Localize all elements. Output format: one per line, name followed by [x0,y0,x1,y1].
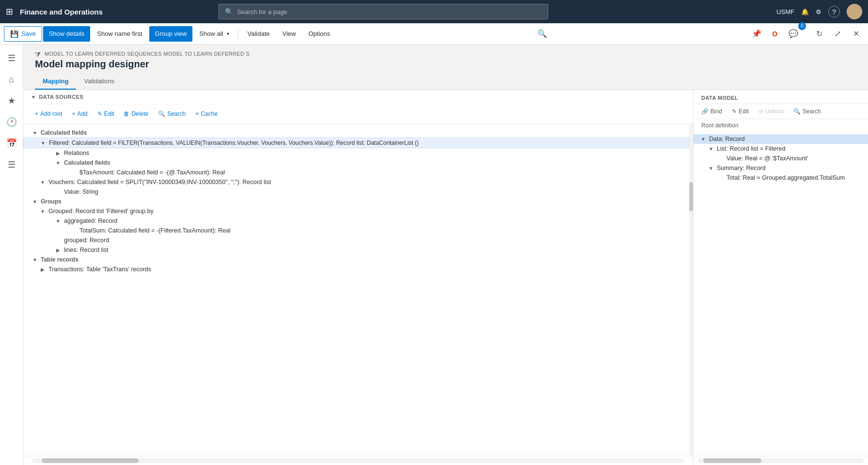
modules-icon[interactable]: ☰ [2,155,21,174]
list-item[interactable]: grouped: Record [23,235,689,245]
delete-button[interactable]: 🗑 Delete [120,107,152,121]
toggle-transactions[interactable]: ▶ [39,267,47,272]
cache-button[interactable]: + Cache [191,107,221,121]
toolbar-search-icon[interactable]: 🔍 [534,27,551,40]
favorites-icon[interactable]: ★ [2,91,21,110]
list-item[interactable]: ▼ Filtered: Calculated field = FILTER(Tr… [23,138,689,148]
filter-icon: ⧩ [35,50,41,59]
list-item[interactable]: ▼ Data: Record [694,134,868,144]
list-item[interactable]: Value: Real = @.'$TaxAmount' [694,154,868,163]
transactions-label: Transactions: Table 'TaxTrans' records [47,266,151,273]
app-grid-icon[interactable]: ⊞ [6,6,13,17]
validate-button[interactable]: Validate [241,26,275,42]
h-scrollbar-thumb [42,458,139,463]
summary-label: Summary: Record [717,165,766,171]
message-badge: 0 [798,22,806,30]
list-item[interactable]: ▼ Summary: Record [694,163,868,173]
search-input[interactable] [237,8,542,16]
tab-bar: Mapping Validations [23,74,868,90]
list-item[interactable]: ▼ List: Record list = Filtered [694,144,868,154]
toggle-filtered[interactable]: ▼ [39,140,47,146]
save-button[interactable]: 💾 Save [4,26,42,42]
vertical-scrollbar[interactable] [689,124,693,456]
horizontal-scrollbar[interactable] [32,458,684,463]
hamburger-icon[interactable]: ☰ [2,48,21,68]
list-item[interactable]: ▼ Table records [23,255,689,264]
show-all-button[interactable]: Show all ▾ [193,26,235,42]
list-item[interactable]: ▼ Calculated fields [23,158,689,168]
dm-edit-button[interactable]: ✎ Edit [730,107,751,116]
list-record-label: List: Record list = Filtered [717,145,785,152]
list-item[interactable]: ▼ Grouped: Record list 'Filtered' group … [23,206,689,216]
search-button[interactable]: 🔍 Search [154,107,189,121]
list-item[interactable]: ▼ Vouchers: Calculated field = SPLIT("IN… [23,177,689,187]
right-horizontal-scrollbar[interactable] [698,458,863,463]
unbind-icon: ⊘ [758,108,763,115]
pin-icon-btn[interactable]: 📌 [749,26,764,42]
toggle-calc-fields-2[interactable]: ▼ [54,160,62,166]
left-panel: ▼ DATA SOURCES + Add root + Add ✎ Edit [23,90,694,465]
toggle-table-records[interactable]: ▼ [31,257,39,263]
list-item[interactable]: ▼ aggregated: Record [23,216,689,226]
toggle-groups[interactable]: ▼ [31,199,39,204]
lines-label: lines: Record list [62,247,109,253]
tab-mapping[interactable]: Mapping [35,74,76,90]
designer-area: ▼ DATA SOURCES + Add root + Add ✎ Edit [23,90,868,465]
notification-icon[interactable]: 🔔 [801,8,809,16]
list-item[interactable]: Total: Real = Grouped.aggregated.TotalSu… [694,173,868,183]
list-item[interactable]: $TaxAmount: Calculated field = -(@.TaxAm… [23,168,689,177]
show-details-button[interactable]: Show details [43,26,91,42]
global-search-bar: 🔍 [219,4,548,19]
list-item[interactable]: ▶ Transactions: Table 'TaxTrans' records [23,264,689,274]
list-item[interactable]: ▼ Groups [23,197,689,206]
value-real-label: Value: Real = @.'$TaxAmount' [726,155,808,162]
toggle-grouped[interactable]: ▼ [39,209,47,214]
toggle-relations[interactable]: ▶ [54,151,62,156]
close-icon-btn[interactable]: ✕ [849,26,864,42]
show-all-chevron: ▾ [227,31,229,36]
help-icon[interactable]: ? [828,6,840,17]
top-navigation: ⊞ Finance and Operations 🔍 USMF 🔔 ⚙ ? [0,0,868,23]
dm-search-button[interactable]: 🔍 Search [791,107,823,116]
add-root-button[interactable]: + Add root [31,107,66,121]
tab-validations[interactable]: Validations [76,74,122,90]
edit-button[interactable]: ✎ Edit [94,107,118,121]
bind-button[interactable]: 🔗 Bind [699,107,724,116]
right-panel: DATA MODEL 🔗 Bind ✎ Edit ⊘ Unbind [694,90,868,465]
toggle-list-record[interactable]: ▼ [707,146,715,152]
list-item[interactable]: Value: String [23,187,689,197]
toggle-vouchers[interactable]: ▼ [39,180,47,185]
show-name-first-button[interactable]: Show name first [91,26,148,42]
add-button[interactable]: + Add [68,107,91,121]
list-item[interactable]: ▶ Relations [23,148,689,158]
top-nav-right: USMF 🔔 ⚙ ? [776,4,862,19]
scrollbar-thumb [689,182,693,211]
toggle-aggregated[interactable]: ▼ [54,218,62,224]
list-item[interactable]: ▼ Calculated fields [23,128,689,138]
list-item[interactable]: ▶ lines: Record list [23,245,689,255]
refresh-icon-btn[interactable]: ↻ [812,26,827,42]
cache-icon: + [195,110,199,117]
page-header: ⧩ MODEL TO LEARN DEFERRED SEQUENCES MODE… [23,45,868,74]
expand-icon-btn[interactable]: ⤢ [830,26,846,42]
main-layout: ☰ ⌂ ★ 🕐 📅 ☰ ⧩ MODEL TO LEARN DEFERRED SE… [0,45,868,465]
view-button[interactable]: View [276,26,301,42]
recent-icon[interactable]: 🕐 [2,112,21,132]
data-model-toolbar: 🔗 Bind ✎ Edit ⊘ Unbind 🔍 Search [694,104,868,119]
settings-icon[interactable]: ⚙ [816,8,821,16]
toggle-data-record[interactable]: ▼ [699,137,707,142]
toggle-lines[interactable]: ▶ [54,248,62,253]
office-icon-btn[interactable]: O [767,26,783,42]
notification-badge-area: 💬 0 [786,26,809,42]
list-item[interactable]: TotalSum: Calculated field = -(Filtered.… [23,226,689,235]
user-label: USMF [776,8,794,16]
toggle-summary[interactable]: ▼ [707,166,715,171]
workspaces-icon[interactable]: 📅 [2,134,21,153]
data-sources-toggle[interactable]: ▼ [31,94,36,100]
home-icon[interactable]: ⌂ [2,70,21,89]
data-sources-header: ▼ DATA SOURCES [23,90,693,104]
group-view-button[interactable]: Group view [149,26,193,42]
toggle-calculated-fields[interactable]: ▼ [31,130,39,136]
options-button[interactable]: Options [302,26,336,42]
avatar[interactable] [847,4,862,19]
